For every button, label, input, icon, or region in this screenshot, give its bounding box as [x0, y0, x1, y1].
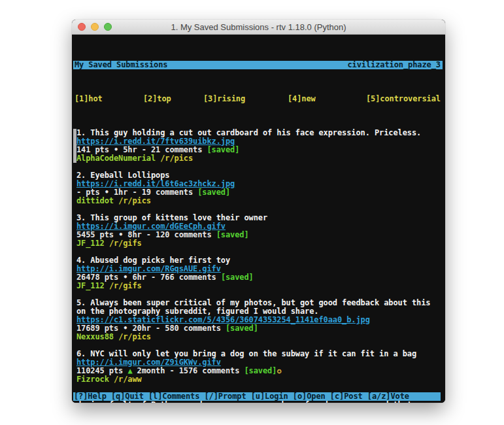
gilded-icon: ✪ [277, 366, 281, 375]
submission-row[interactable]: 1. This guy holding a cut out cardboard … [76, 129, 445, 163]
comments-count: - 21 comments [137, 145, 203, 154]
submission-byline: dittidot /r/pics [76, 197, 445, 205]
comments-count: - 766 comments [146, 273, 216, 282]
submission-byline: AlphaCodeNumerial /r/pics [76, 154, 445, 163]
age-value: 5hr [118, 145, 137, 154]
window-title: 1. My Saved Submissions - rtv 1.18.0 (Py… [171, 22, 346, 32]
submission-byline: Fizrock /r/aww [76, 375, 445, 384]
spacer [239, 366, 244, 375]
sort-tab-1hot[interactable]: [1]hot [75, 95, 103, 103]
submission-title: design fault of Python, and as you can s… [76, 401, 445, 403]
comments-count: - 120 comments [142, 230, 212, 239]
submission-row[interactable]: 2. Eyeball Lollipopshttps://i.redd.it/l6… [76, 171, 445, 205]
subreddit-name[interactable]: /r/pics [160, 154, 193, 163]
points-value: - pts [76, 188, 105, 197]
submission-row[interactable]: 3. This group of kittens love their owne… [76, 214, 445, 248]
subreddit-name[interactable]: /r/gifs [109, 281, 142, 290]
submission-row[interactable]: 6. NYC will only let you bring a dog on … [76, 350, 445, 384]
author-name[interactable]: dittidot [76, 196, 114, 205]
age-value: 6hr [127, 273, 146, 282]
spacer [202, 145, 207, 154]
points-value: 17689 pts [76, 324, 123, 333]
logged-in-username: civilization_phaze_3 [348, 61, 441, 69]
saved-badge: [saved] [226, 324, 258, 333]
saved-badge: [saved] [207, 145, 240, 154]
sort-tab-5controversial[interactable]: [5]controversial [366, 95, 441, 103]
age-value: 1hr [109, 188, 128, 197]
sort-tabs: [1]hot[2]top[3]rising[4]new[5]controvers… [73, 95, 445, 103]
saved-badge: [saved] [197, 188, 230, 197]
sort-tab-3rising[interactable]: [3]rising [203, 95, 245, 103]
saved-badge: [saved] [216, 230, 249, 239]
subreddit-name[interactable]: /r/pics [118, 332, 151, 341]
points-value: 26478 pts [76, 273, 123, 282]
age-value: 8hr [123, 230, 142, 239]
terminal-content: My Saved Submissions civilization_phaze_… [72, 35, 445, 403]
page-title: My Saved Submissions [75, 61, 168, 69]
spacer [109, 375, 114, 384]
saved-badge: [saved] [221, 273, 254, 282]
sort-tab-4new[interactable]: [4]new [288, 95, 316, 103]
subreddit-name[interactable]: /r/gifs [109, 239, 142, 248]
author-name[interactable]: Nexxus88 [76, 332, 114, 341]
author-name[interactable]: JF_112 [76, 281, 105, 290]
window-titlebar[interactable]: 1. My Saved Submissions - rtv 1.18.0 (Py… [72, 20, 445, 35]
submission-byline: Nexxus88 /r/pics [76, 333, 445, 341]
comments-count: - 1576 comments [165, 366, 239, 375]
status-bar: [?]Help [q]Quit [l]Comments [/]Prompt [u… [73, 392, 441, 401]
submission-row[interactable]: 5. Always been super critical of my phot… [76, 299, 445, 341]
submission-byline: JF_112 /r/gifs [76, 282, 445, 290]
traffic-lights [78, 23, 112, 31]
comments-count: - 580 comments [151, 324, 221, 333]
bullet-separator: • [105, 188, 109, 197]
spacer [212, 230, 216, 239]
subreddit-name[interactable]: /r/pics [118, 196, 151, 205]
age-value: 20hr [127, 324, 151, 333]
upvoted-icon: ▲ [127, 366, 132, 375]
selection-cursor [73, 129, 76, 163]
spacer [221, 324, 226, 333]
zoom-button[interactable] [104, 23, 112, 31]
submission-row[interactable]: 4. Abused dog picks her first toyhttp://… [76, 256, 445, 290]
subreddit-name[interactable]: /r/aww [114, 375, 142, 384]
points-value: 141 pts [76, 145, 114, 154]
saved-badge: [saved] [244, 366, 277, 375]
minimize-button[interactable] [91, 23, 99, 31]
spacer [216, 273, 221, 282]
submission-list: 1. This guy holding a cut out cardboard … [73, 129, 445, 403]
submission-byline: JF_112 /r/gifs [76, 239, 445, 248]
author-name[interactable]: AlphaCodeNumerial [76, 154, 156, 163]
page-header-bar: My Saved Submissions civilization_phaze_… [73, 61, 443, 69]
app-window: 1. My Saved Submissions - rtv 1.18.0 (Py… [72, 20, 445, 403]
close-button[interactable] [78, 23, 86, 31]
points-value: 110245 pts [76, 366, 127, 375]
comments-count: - 19 comments [127, 188, 193, 197]
spacer [105, 281, 109, 290]
spacer [105, 239, 109, 248]
sort-tab-2top[interactable]: [2]top [143, 95, 171, 103]
age-value: 2month [133, 366, 165, 375]
author-name[interactable]: JF_112 [76, 239, 105, 248]
author-name[interactable]: Fizrock [76, 375, 109, 384]
points-value: 5455 pts [76, 230, 118, 239]
